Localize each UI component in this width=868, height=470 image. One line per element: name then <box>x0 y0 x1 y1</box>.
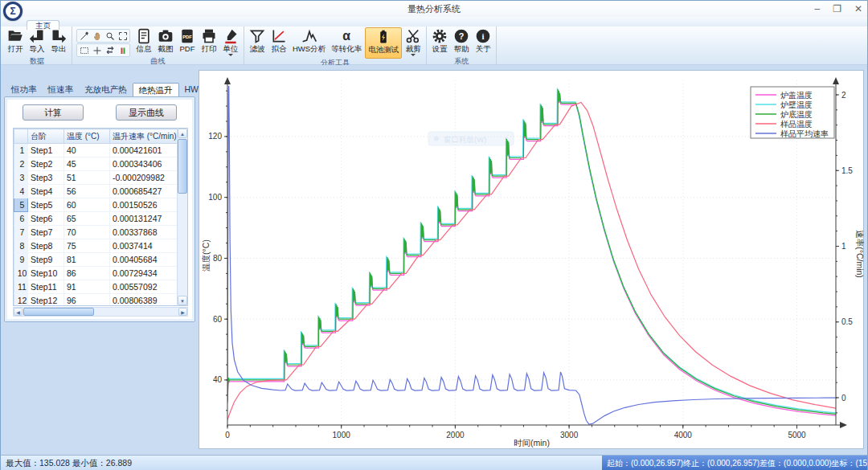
table-cell[interactable]: 60 <box>64 198 110 212</box>
hscroll-thumb[interactable] <box>23 308 94 316</box>
scroll-down-icon[interactable]: ▼ <box>178 296 187 305</box>
minimize-button[interactable]: – <box>814 1 820 17</box>
table-cell[interactable]: 56 <box>64 185 110 198</box>
table-cell[interactable]: 96 <box>64 294 110 307</box>
vertical-scrollbar[interactable]: ▲ ▼ <box>177 129 187 305</box>
table-cell[interactable]: 81 <box>64 253 110 267</box>
table-cell[interactable]: 65 <box>64 212 110 226</box>
table-cell[interactable]: 0.00337868 <box>110 226 178 239</box>
table-cell[interactable]: Step4 <box>28 185 64 198</box>
row-number[interactable]: 6 <box>14 212 28 226</box>
table-row[interactable]: 10Step10860.00729434 <box>14 267 178 280</box>
chevron-down-icon[interactable] <box>228 54 233 56</box>
scroll-up-icon[interactable]: ▲ <box>178 129 187 138</box>
row-number[interactable]: 2 <box>14 157 28 171</box>
panel-tab[interactable]: 恒速率 <box>43 83 80 96</box>
column-header[interactable]: 温度 (°C) <box>64 129 110 144</box>
table-cell[interactable]: Step6 <box>28 212 64 226</box>
table-cell[interactable]: 0.00150526 <box>110 198 178 212</box>
table-cell[interactable]: 0.00729434 <box>110 267 178 280</box>
table-row[interactable]: 1Step1400.000421601 <box>14 144 178 157</box>
table-cell[interactable]: 0.00557092 <box>110 280 178 294</box>
chart-panel[interactable]: 窗口耗散(W)40608010012000.511.52010002000300… <box>199 70 864 449</box>
horizontal-scrollbar[interactable]: ◀ ▶ <box>13 307 188 317</box>
table-row[interactable]: 6Step6650.000131247 <box>14 212 178 226</box>
table-cell[interactable]: Step8 <box>28 239 64 253</box>
table-cell[interactable]: Step2 <box>28 157 64 171</box>
table-cell[interactable]: 75 <box>64 239 110 253</box>
table-cell[interactable]: -0.000209982 <box>110 171 178 185</box>
table-row[interactable]: 5Step5600.00150526 <box>14 198 178 212</box>
ribbon-button-funnel[interactable]: 滤波 <box>247 27 268 57</box>
table-cell[interactable]: 86 <box>64 267 110 280</box>
chevron-down-icon[interactable] <box>411 54 416 56</box>
table-cell[interactable]: 0.00405684 <box>110 253 178 267</box>
vscroll-thumb[interactable] <box>178 139 187 194</box>
table-row[interactable]: 2Step2450.000343406 <box>14 157 178 171</box>
table-cell[interactable]: Step1 <box>28 144 64 157</box>
table-cell[interactable]: Step7 <box>28 226 64 239</box>
tool-zoom-magnifier[interactable] <box>104 30 116 42</box>
ribbon-button-pdf[interactable]: PDFPDF <box>177 27 198 57</box>
ribbon-button-printer[interactable]: 打印 <box>199 27 219 57</box>
table-row[interactable]: 8Step8750.0037414 <box>14 239 178 253</box>
ribbon-button-alpha[interactable]: α等转化率 <box>329 27 364 57</box>
panel-tab[interactable]: 恒功率 <box>6 83 43 96</box>
row-number[interactable]: 11 <box>14 280 28 294</box>
table-cell[interactable]: 0.00806389 <box>110 294 178 307</box>
ribbon-button-unit-marker[interactable]: 单位 <box>220 27 241 57</box>
column-header[interactable]: 台阶 <box>28 129 64 144</box>
ribbon-button-help[interactable]: ?帮助 <box>451 27 472 57</box>
tool-zoom-extents[interactable] <box>117 30 129 42</box>
panel-tab[interactable]: 绝热温升 <box>133 83 179 96</box>
ribbon-button-export[interactable]: 导出 <box>48 27 69 57</box>
table-cell[interactable]: Step11 <box>28 280 64 294</box>
ribbon-button-gear[interactable]: 设置 <box>429 27 450 57</box>
row-number[interactable]: 9 <box>14 253 28 267</box>
table-row[interactable]: 12Step12960.00806389 <box>14 294 178 307</box>
maximize-button[interactable]: ❐ <box>833 1 841 17</box>
table-row[interactable]: 4Step4560.000685427 <box>14 185 178 198</box>
table-cell[interactable]: 45 <box>64 157 110 171</box>
titlebar[interactable]: Σ 量热分析系统 – ❐ ✕ <box>1 1 867 17</box>
ribbon-button-camera[interactable]: 截图 <box>155 27 176 57</box>
table-row[interactable]: 3Step351-0.000209982 <box>14 171 178 185</box>
chart[interactable]: 窗口耗散(W)40608010012000.511.52010002000300… <box>199 71 865 450</box>
ribbon-button-scissors[interactable]: 裁剪 <box>403 27 424 57</box>
scroll-left-icon[interactable]: ◀ <box>14 308 23 316</box>
table-cell[interactable]: 0.000685427 <box>110 185 178 198</box>
tool-pan-hand[interactable] <box>91 30 103 42</box>
table-row[interactable]: 9Step9810.00405684 <box>14 253 178 267</box>
table-cell[interactable]: Step5 <box>28 198 64 212</box>
row-number[interactable]: 1 <box>14 144 28 157</box>
table-row[interactable]: 11Step11910.00557092 <box>14 280 178 294</box>
table-cell[interactable]: 0.0037414 <box>110 239 178 253</box>
scroll-right-icon[interactable]: ▶ <box>178 308 187 316</box>
ribbon-button-fit-line[interactable]: 拟合 <box>268 27 289 57</box>
row-number[interactable]: 5 <box>14 198 28 212</box>
close-button[interactable]: ✕ <box>854 1 862 17</box>
tool-compare-bars[interactable] <box>117 44 129 56</box>
ribbon-button-battery[interactable]: 电池测试 <box>365 27 402 59</box>
row-number[interactable]: 8 <box>14 239 28 253</box>
table-cell[interactable]: 40 <box>64 144 110 157</box>
row-number[interactable]: 10 <box>14 267 28 280</box>
tool-select-rect[interactable] <box>78 44 90 56</box>
table-cell[interactable]: Step3 <box>28 171 64 185</box>
calculate-button[interactable]: 计算 <box>23 104 84 121</box>
show-curve-button[interactable]: 显示曲线 <box>116 104 177 121</box>
column-header[interactable]: 温升速率 (°C/min) <box>110 129 178 144</box>
row-number[interactable]: 4 <box>14 185 28 198</box>
table-cell[interactable]: Step12 <box>28 294 64 307</box>
tool-crosshair[interactable] <box>91 44 103 56</box>
row-number[interactable]: 12 <box>14 294 28 307</box>
row-number[interactable]: 3 <box>14 171 28 185</box>
ribbon-button-import[interactable]: 导入 <box>27 27 47 57</box>
table-cell[interactable]: 70 <box>64 226 110 239</box>
ribbon-button-document-info[interactable]: 信息 <box>133 27 154 57</box>
tool-pen-slope[interactable] <box>78 30 90 42</box>
table-cell[interactable]: 0.000421601 <box>110 144 178 157</box>
table-row[interactable]: 7Step7700.00337868 <box>14 226 178 239</box>
table-cell[interactable]: 0.000343406 <box>110 157 178 171</box>
ribbon-button-peak[interactable]: HWS分析 <box>290 27 328 57</box>
